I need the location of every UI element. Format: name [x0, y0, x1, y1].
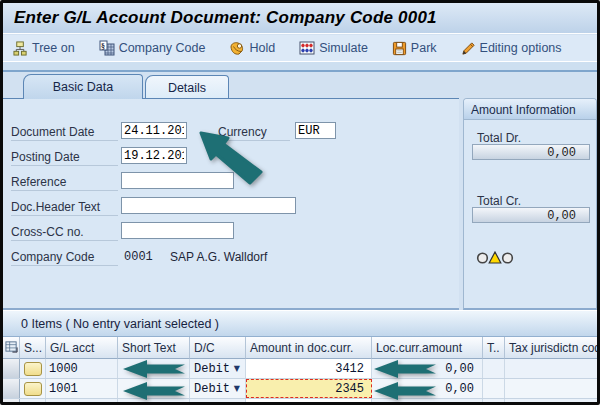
pencil-icon	[461, 41, 476, 56]
gl-acct-cell[interactable]: 1001	[46, 379, 118, 398]
basic-data-panel: Document Date Currency Posting Date Refe…	[3, 98, 459, 310]
company-code-icon: §	[99, 40, 115, 56]
table-row-partial	[3, 399, 597, 402]
column-header-dc[interactable]: D/C	[190, 337, 246, 359]
amount-information-header: Amount Information	[464, 99, 596, 120]
toolbar-separator	[3, 61, 597, 72]
row-status-cell[interactable]	[20, 399, 46, 402]
company-code-label: Company Code	[11, 250, 118, 266]
doc-header-text-label: Doc.Header Text	[11, 200, 118, 216]
currency-input[interactable]	[295, 122, 336, 139]
amount-information-panel: Amount Information Total Dr. 0,00 Total …	[463, 98, 597, 310]
editing-options-label: Editing options	[480, 41, 562, 55]
simulate-icon	[299, 40, 315, 56]
total-dr-label: Total Dr.	[477, 131, 521, 145]
column-header-amount[interactable]: Amount in doc.curr.	[246, 337, 372, 359]
tax-cell[interactable]	[483, 359, 505, 378]
row-selector[interactable]	[3, 379, 20, 398]
column-header-tax-jurisdiction[interactable]: Tax jurisdictn cod	[505, 337, 597, 359]
total-dr-value: 0,00	[472, 144, 590, 160]
warning-triangle-icon	[489, 252, 501, 263]
column-header-gl-acct[interactable]: G/L acct	[46, 337, 118, 359]
gl-acct-cell[interactable]: 1000	[46, 359, 118, 378]
tree-on-button[interactable]: Tree on	[13, 41, 75, 56]
posting-date-input[interactable]	[121, 147, 187, 164]
dc-cell[interactable]	[190, 399, 246, 402]
column-header-loc-amount[interactable]: Loc.curr.amount	[372, 337, 483, 359]
company-code-button[interactable]: § Company Code	[99, 40, 206, 56]
loc-amount-cell[interactable]: 0,00	[372, 359, 483, 378]
table-select-icon	[5, 340, 18, 353]
tree-on-label: Tree on	[32, 41, 75, 55]
document-date-label: Document Date	[11, 125, 118, 141]
cross-cc-label: Cross-CC no.	[11, 225, 118, 241]
hold-icon	[229, 40, 245, 56]
hold-label: Hold	[249, 41, 275, 55]
tab-details[interactable]: Details	[145, 75, 229, 99]
simulate-label: Simulate	[319, 41, 368, 55]
simulate-button[interactable]: Simulate	[299, 40, 368, 56]
application-toolbar: Tree on § Company Code Hold Simulate Par…	[3, 35, 597, 61]
row-selector[interactable]	[3, 359, 20, 378]
reference-input[interactable]	[121, 172, 234, 189]
park-button[interactable]: Park	[392, 41, 437, 56]
status-circle-left	[478, 253, 488, 263]
column-header-short-text[interactable]: Short Text	[118, 337, 190, 359]
amount-cell-focused[interactable]: 2345	[246, 379, 372, 398]
company-code-value: 0001	[124, 250, 153, 264]
status-box-icon	[24, 362, 42, 376]
hold-button[interactable]: Hold	[229, 40, 275, 56]
svg-text:§: §	[101, 42, 105, 51]
cross-cc-input[interactable]	[121, 222, 234, 239]
page-title: Enter G/L Account Document: Company Code…	[3, 3, 597, 28]
total-cr-label: Total Cr.	[477, 194, 521, 208]
dc-dropdown[interactable]: Debit▼	[190, 379, 246, 398]
total-cr-value: 0,00	[472, 207, 590, 223]
currency-label: Currency	[218, 125, 290, 141]
items-bar: 0 Items ( No entry variant selected )	[3, 310, 597, 337]
table-row: 1000 Debit▼ 3412 0,00	[3, 359, 597, 379]
tab-basic-data[interactable]: Basic Data	[23, 74, 143, 99]
tax-jurisdiction-cell[interactable]	[505, 359, 597, 378]
table-row: 1001 Debit▼ 2345 0,00	[3, 379, 597, 399]
loc-amount-cell[interactable]	[372, 399, 483, 402]
tree-icon	[13, 41, 28, 56]
document-date-input[interactable]	[121, 122, 187, 139]
column-header-tax[interactable]: T..	[483, 337, 505, 359]
park-label: Park	[411, 41, 437, 55]
row-status-cell[interactable]	[20, 359, 46, 378]
tab-basic-data-label: Basic Data	[53, 80, 113, 94]
short-text-cell[interactable]	[118, 379, 190, 398]
balance-status-indicator	[476, 251, 514, 269]
tab-details-label: Details	[168, 81, 206, 95]
status-box-icon	[24, 382, 42, 396]
sap-window: Enter G/L Account Document: Company Code…	[0, 0, 600, 405]
dc-dropdown[interactable]: Debit▼	[190, 359, 246, 378]
amount-cell[interactable]	[246, 399, 372, 402]
editing-options-button[interactable]: Editing options	[461, 41, 562, 56]
chevron-down-icon: ▼	[234, 364, 240, 373]
loc-amount-cell[interactable]: 0,00	[372, 379, 483, 398]
park-icon	[392, 41, 407, 56]
amount-cell[interactable]: 3412	[246, 359, 372, 378]
short-text-cell[interactable]	[118, 399, 190, 402]
tax-jurisdiction-cell[interactable]	[505, 379, 597, 398]
doc-header-text-input[interactable]	[121, 197, 296, 214]
company-name: SAP A.G. Walldorf	[170, 250, 267, 264]
status-circle-right	[503, 253, 513, 263]
row-status-cell[interactable]	[20, 379, 46, 398]
reference-label: Reference	[11, 175, 118, 191]
tax-cell[interactable]	[483, 379, 505, 398]
tax-cell[interactable]	[483, 399, 505, 402]
tax-jurisdiction-cell[interactable]	[505, 399, 597, 402]
table-select-header[interactable]	[3, 337, 20, 359]
title-bar: Enter G/L Account Document: Company Code…	[3, 3, 597, 34]
column-header-status[interactable]: S...	[20, 337, 46, 359]
row-selector[interactable]	[3, 399, 20, 402]
chevron-down-icon: ▼	[234, 384, 240, 393]
gl-acct-cell[interactable]	[46, 399, 118, 402]
company-code-label: Company Code	[119, 41, 206, 55]
short-text-cell[interactable]	[118, 359, 190, 378]
status-box-icon	[24, 402, 42, 403]
dc-value: Debit	[194, 362, 230, 376]
